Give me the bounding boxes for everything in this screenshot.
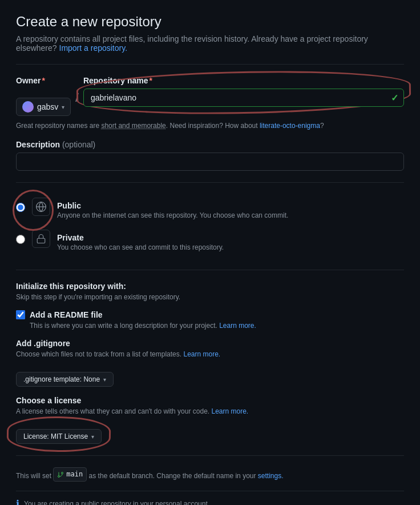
owner-name: gabsv <box>37 102 58 111</box>
license-caret-icon: ▾ <box>91 434 94 440</box>
public-desc: Anyone on the internet can see this repo… <box>57 211 404 219</box>
section-divider-2 <box>16 182 404 183</box>
svg-rect-1 <box>37 238 45 243</box>
license-dropdown-label: License: MIT License <box>23 432 88 440</box>
section-divider-4 <box>16 455 404 456</box>
gitignore-heading: Add .gitignore <box>16 339 404 348</box>
repo-name-input[interactable] <box>83 89 404 107</box>
public-radio[interactable] <box>16 203 25 212</box>
valid-checkmark-icon: ✓ <box>391 93 398 103</box>
readme-row: Add a README file <box>16 310 404 319</box>
license-heading: Choose a license <box>16 396 404 405</box>
page-title: Create a new repository <box>16 14 404 30</box>
private-title: Private <box>57 233 404 242</box>
owner-field: Owner* gabsv ▾ <box>16 76 71 116</box>
license-desc: A license tells others what they can and… <box>16 407 404 415</box>
info-icon: ℹ <box>16 498 19 505</box>
branch-badge: main <box>53 467 87 482</box>
license-learn-more-link[interactable]: Learn more. <box>212 407 249 415</box>
private-option[interactable]: Private You choose who can see and commi… <box>16 226 404 258</box>
readme-learn-more-link[interactable]: Learn more. <box>219 322 256 330</box>
gitignore-learn-more-link[interactable]: Learn more. <box>183 350 220 358</box>
private-content: Private You choose who can see and commi… <box>57 233 404 251</box>
gitignore-dropdown[interactable]: .gitignore template: None ▾ <box>16 372 114 387</box>
svg-point-3 <box>62 472 63 474</box>
settings-link[interactable]: settings. <box>258 472 284 480</box>
public-option[interactable]: Public Anyone on the internet can see th… <box>16 194 404 226</box>
owner-label: Owner* <box>16 76 71 85</box>
inspiration-text: Great repository names are short and mem… <box>16 121 404 131</box>
readme-desc: This is where you can write a long descr… <box>30 322 404 330</box>
private-radio[interactable] <box>16 235 25 244</box>
readme-label: Add a README file <box>30 310 103 319</box>
license-dropdown[interactable]: License: MIT License ▾ <box>16 429 102 444</box>
readme-checkbox[interactable] <box>16 310 25 319</box>
section-divider <box>16 64 404 65</box>
description-label: Description (optional) <box>16 140 404 149</box>
import-link[interactable]: Import a repository. <box>59 43 128 53</box>
license-section: Choose a license A license tells others … <box>16 396 404 444</box>
suggestion-link[interactable]: literate-octo-enigma <box>260 122 320 130</box>
slash-separator: / <box>75 89 79 107</box>
gitignore-section: Add .gitignore Choose which files not to… <box>16 339 404 387</box>
public-title: Public <box>57 201 404 210</box>
owner-avatar <box>22 101 34 113</box>
gitignore-dropdown-label: .gitignore template: None <box>23 375 100 383</box>
public-content: Public Anyone on the internet can see th… <box>57 201 404 219</box>
public-icon <box>32 198 50 216</box>
repo-name-label: Repository name* <box>83 76 404 85</box>
private-icon <box>32 230 50 248</box>
gitignore-caret-icon: ▾ <box>103 376 106 383</box>
visibility-section: Public Anyone on the internet can see th… <box>16 194 404 258</box>
gitignore-desc: Choose which files not to track from a l… <box>16 350 404 358</box>
initialize-subtext: Skip this step if you're importing an ex… <box>16 293 404 301</box>
info-box: ℹ You are creating a public repository i… <box>16 491 404 505</box>
dropdown-caret-icon: ▾ <box>62 104 64 110</box>
private-desc: You choose who can see and commit to thi… <box>57 243 404 251</box>
section-divider-3 <box>16 270 404 270</box>
description-input[interactable] <box>16 153 404 171</box>
info-text: You are creating a public repository in … <box>24 500 209 505</box>
owner-dropdown[interactable]: gabsv ▾ <box>16 98 71 116</box>
svg-point-4 <box>58 475 60 477</box>
description-group: Description (optional) <box>16 140 404 171</box>
initialize-section: Initialize this repository with: Skip th… <box>16 282 404 444</box>
default-branch-text: This will set main as the default branch… <box>16 467 404 482</box>
initialize-heading: Initialize this repository with: <box>16 282 404 291</box>
page-subtitle: A repository contains all project files,… <box>16 34 404 53</box>
